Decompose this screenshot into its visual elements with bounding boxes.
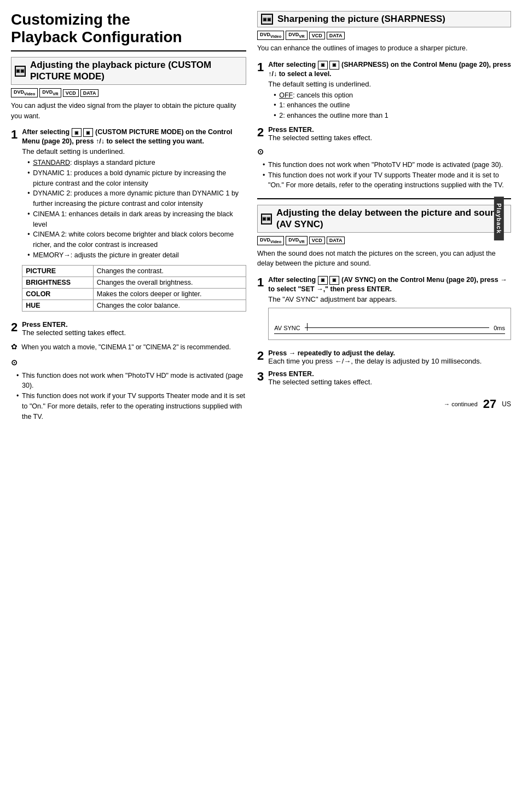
step1-num: 1 <box>11 128 18 315</box>
step1-content: After selecting ▣▣ (CUSTOM PICTURE MODE)… <box>22 128 246 315</box>
s2step1-inline-icons: ▣▣ <box>318 61 340 70</box>
badge-dvdvideo-2: DVDVideo <box>257 31 284 40</box>
page-title: Customizing the Playback Configuration <box>11 11 246 51</box>
section1-step2: 2 Press ENTER. The selected setting take… <box>11 320 246 337</box>
section2-header: ▣▣ Sharpening the picture (SHARPNESS) <box>257 11 511 27</box>
section3-step2: 2 Press → repeatedly to adjust the delay… <box>257 349 511 365</box>
tip-icon: ✿ <box>11 342 18 351</box>
step2-num: 2 <box>11 320 18 337</box>
section2-title: Sharpening the picture (SHARPNESS) <box>277 14 445 25</box>
badge-vcd-3: VCD <box>309 237 325 244</box>
section3-title: Adjusting the delay between the picture … <box>276 208 507 230</box>
section2-step2: 2 Press ENTER. The selected setting take… <box>257 125 511 142</box>
section1-badges: DVDVideo DVDVR VCD DATA <box>11 88 246 97</box>
section1-table: PICTURE Changes the contrast. BRIGHTNESS… <box>22 265 246 312</box>
footer-page-num: 27 <box>483 397 496 411</box>
caution-icon-2: ⊙ <box>257 146 511 158</box>
badge-dvdr-1: DVDVR <box>39 88 61 97</box>
s3step1-content: After selecting ▣▣ (AV SYNC) on the Cont… <box>268 275 511 344</box>
section3-intro: When the sound does not match the pictur… <box>257 249 511 269</box>
caution-icon: ⊙ <box>11 357 246 368</box>
playback-sidebar-tab: Playback <box>494 197 504 240</box>
s3step1-inline-icons: ▣▣ <box>318 276 340 285</box>
s2step1-content: After selecting ▣▣ (SHARPNESS) on the Co… <box>268 60 511 121</box>
section2-bullets: OFF: cancels this option 1: enhances the… <box>268 90 511 121</box>
section2-caution-list: This function does not work when "PhotoT… <box>257 160 511 191</box>
badge-dvdr-2: DVDVR <box>286 31 307 40</box>
s2step2-num: 2 <box>257 125 264 142</box>
section1-caution: ⊙ This function does not work when "Phot… <box>11 357 246 422</box>
av-sync-label: AV SYNC <box>274 325 300 331</box>
av-sync-bar: AV SYNC 0ms <box>274 325 505 334</box>
step1-inline-icons: ▣▣ <box>72 128 94 137</box>
section1-caution-list: This function does not work when "PhotoT… <box>11 371 246 422</box>
s3step2-content: Press → repeatedly to adjust the delay. … <box>268 349 511 365</box>
section2-icon: ▣▣ <box>261 14 273 25</box>
footer-suffix: US <box>502 400 511 408</box>
section1-intro: You can adjust the video signal from the… <box>11 101 246 122</box>
badge-data-2: DATA <box>327 32 345 39</box>
badge-dvdvideo-1: DVDVideo <box>11 88 38 97</box>
s2step2-content: Press ENTER. The selected setting takes … <box>268 125 511 142</box>
section1-step1: 1 After selecting ▣▣ (CUSTOM PICTURE MOD… <box>11 128 246 315</box>
left-column: Customizing the Playback Configuration ▣… <box>11 11 246 426</box>
badge-dvdvideo-3: DVDVideo <box>257 236 284 245</box>
av-sync-line <box>305 327 489 328</box>
s3step1-num: 1 <box>257 275 264 344</box>
section1-icon1: ▣▣ <box>15 66 26 77</box>
page-footer: → continued 27 US <box>257 397 511 411</box>
s3step3-content: Press ENTER. The selected setting takes … <box>268 370 511 386</box>
footer-continued: → continued <box>444 401 478 407</box>
badge-vcd-2: VCD <box>309 32 325 39</box>
section2-intro: You can enhance the outlines of images t… <box>257 43 511 54</box>
s2step1-num: 1 <box>257 60 264 121</box>
badge-dvdr-3: DVDVR <box>286 236 307 245</box>
section-divider-2 <box>257 198 511 199</box>
section2-badges: DVDVideo DVDVR VCD DATA <box>257 31 511 40</box>
badge-data-3: DATA <box>327 237 345 244</box>
table-row: COLOR Makes the colors deeper or lighter… <box>22 288 246 300</box>
av-sync-value: 0ms <box>494 325 505 331</box>
table-row: HUE Changes the color balance. <box>22 300 246 311</box>
section3-step1: 1 After selecting ▣▣ (AV SYNC) on the Co… <box>257 275 511 344</box>
table-row: BRIGHTNESS Changes the overall brightnes… <box>22 277 246 288</box>
section2-step1: 1 After selecting ▣▣ (SHARPNESS) on the … <box>257 60 511 121</box>
section1-tip: ✿ When you watch a movie, "CINEMA 1" or … <box>11 341 246 353</box>
table-row: PICTURE Changes the contrast. <box>22 265 246 277</box>
right-column: Playback ▣▣ Sharpening the picture (SHAR… <box>257 11 511 426</box>
badge-data-1: DATA <box>80 89 99 97</box>
s3step2-num: 2 <box>257 349 264 365</box>
s3step3-num: 3 <box>257 370 264 386</box>
section2-caution: ⊙ This function does not work when "Phot… <box>257 146 511 191</box>
section1-bullets: STANDARD: displays a standard picture DY… <box>22 158 246 261</box>
section3-icon: ▣▣ <box>261 214 272 224</box>
step2-content: Press ENTER. The selected setting takes … <box>22 320 246 337</box>
section3-badges: DVDVideo DVDVR VCD DATA <box>257 236 511 245</box>
section3-header: ▣▣ Adjusting the delay between the pictu… <box>257 205 511 233</box>
section3-step3: 3 Press ENTER. The selected setting take… <box>257 370 511 386</box>
av-sync-bar-container: AV SYNC 0ms <box>268 308 511 340</box>
av-sync-tick <box>307 323 308 331</box>
section1-title: Adjusting the playback picture (CUSTOM P… <box>30 60 242 82</box>
badge-vcd-1: VCD <box>63 89 79 97</box>
section1-header: ▣▣ Adjusting the playback picture (CUSTO… <box>11 57 246 85</box>
